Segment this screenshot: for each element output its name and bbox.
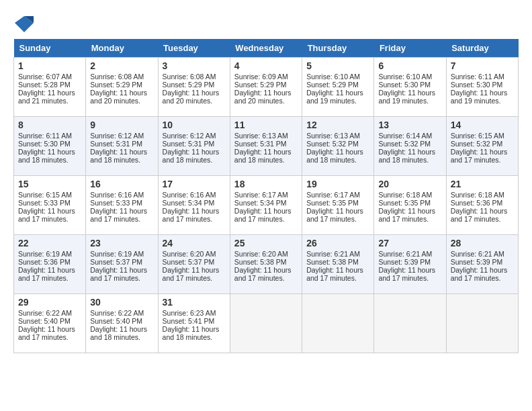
sunset-text: Sunset: 5:41 PM xyxy=(163,317,215,325)
sunrise-text: Sunrise: 6:12 AM xyxy=(163,132,216,140)
sunrise-text: Sunrise: 6:07 AM xyxy=(18,73,72,81)
sunset-text: Sunset: 5:29 PM xyxy=(306,81,359,89)
calendar-day-cell: 22Sunrise: 6:19 AMSunset: 5:36 PMDayligh… xyxy=(14,235,86,294)
calendar-day-cell: 3Sunrise: 6:08 AMSunset: 5:29 PMDaylight… xyxy=(158,58,230,117)
calendar-day-cell: 8Sunrise: 6:11 AMSunset: 5:30 PMDaylight… xyxy=(14,117,86,176)
daylight-text: Daylight: 11 hours and 19 minutes. xyxy=(306,89,363,105)
sunrise-text: Sunrise: 6:09 AM xyxy=(234,73,288,81)
daylight-text: Daylight: 11 hours and 17 minutes. xyxy=(163,266,220,282)
day-number: 20 xyxy=(378,179,441,189)
daylight-text: Daylight: 11 hours and 17 minutes. xyxy=(451,207,508,223)
weekday-header: Monday xyxy=(86,39,158,58)
day-number: 22 xyxy=(18,238,81,248)
day-number: 15 xyxy=(18,179,81,189)
daylight-text: Daylight: 11 hours and 17 minutes. xyxy=(18,207,75,223)
calendar-day-cell: 26Sunrise: 6:21 AMSunset: 5:38 PMDayligh… xyxy=(302,235,374,294)
daylight-text: Daylight: 11 hours and 17 minutes. xyxy=(378,207,435,223)
sunrise-text: Sunrise: 6:17 AM xyxy=(234,191,288,199)
day-number: 23 xyxy=(90,238,153,248)
sunrise-text: Sunrise: 6:10 AM xyxy=(306,73,360,81)
logo xyxy=(13,13,34,32)
day-number: 10 xyxy=(163,120,226,130)
sunrise-text: Sunrise: 6:10 AM xyxy=(378,73,432,81)
day-number: 24 xyxy=(163,238,226,248)
calendar-day-cell: 19Sunrise: 6:17 AMSunset: 5:35 PMDayligh… xyxy=(302,176,374,235)
weekday-header: Thursday xyxy=(302,39,374,58)
calendar-day-cell: 15Sunrise: 6:15 AMSunset: 5:33 PMDayligh… xyxy=(14,176,86,235)
calendar-day-cell: 29Sunrise: 6:22 AMSunset: 5:40 PMDayligh… xyxy=(14,294,86,353)
day-number: 8 xyxy=(18,120,81,130)
sunset-text: Sunset: 5:30 PM xyxy=(378,81,431,89)
day-number: 1 xyxy=(18,60,81,71)
calendar-week-row: 15Sunrise: 6:15 AMSunset: 5:33 PMDayligh… xyxy=(14,176,519,235)
sunrise-text: Sunrise: 6:11 AM xyxy=(451,73,504,81)
calendar-day-cell: 12Sunrise: 6:13 AMSunset: 5:32 PMDayligh… xyxy=(302,117,374,176)
daylight-text: Daylight: 11 hours and 17 minutes. xyxy=(90,266,147,282)
daylight-text: Daylight: 11 hours and 18 minutes. xyxy=(163,148,220,164)
sunrise-text: Sunrise: 6:18 AM xyxy=(451,191,504,199)
sunrise-text: Sunrise: 6:13 AM xyxy=(306,132,360,140)
sunrise-text: Sunrise: 6:14 AM xyxy=(378,132,432,140)
weekday-header: Wednesday xyxy=(230,39,302,58)
daylight-text: Daylight: 11 hours and 17 minutes. xyxy=(18,325,75,341)
sunset-text: Sunset: 5:39 PM xyxy=(451,258,503,266)
daylight-text: Daylight: 11 hours and 20 minutes. xyxy=(163,89,220,105)
sunrise-text: Sunrise: 6:11 AM xyxy=(18,132,72,140)
day-number: 14 xyxy=(451,120,514,130)
sunrise-text: Sunrise: 6:17 AM xyxy=(306,191,360,199)
day-number: 18 xyxy=(234,179,298,189)
day-number: 5 xyxy=(306,60,369,71)
calendar-day-cell: 30Sunrise: 6:22 AMSunset: 5:40 PMDayligh… xyxy=(86,294,158,353)
day-number: 21 xyxy=(451,179,514,189)
weekday-header: Saturday xyxy=(446,39,518,58)
daylight-text: Daylight: 11 hours and 18 minutes. xyxy=(90,148,147,164)
sunrise-text: Sunrise: 6:23 AM xyxy=(163,309,216,317)
day-number: 25 xyxy=(234,238,298,248)
sunrise-text: Sunrise: 6:21 AM xyxy=(451,250,504,258)
sunset-text: Sunset: 5:32 PM xyxy=(306,140,359,148)
sunset-text: Sunset: 5:37 PM xyxy=(90,258,142,266)
daylight-text: Daylight: 11 hours and 19 minutes. xyxy=(451,89,508,105)
calendar-week-row: 1Sunrise: 6:07 AMSunset: 5:28 PMDaylight… xyxy=(14,58,519,117)
daylight-text: Daylight: 11 hours and 20 minutes. xyxy=(234,89,292,105)
weekday-header: Friday xyxy=(374,39,446,58)
daylight-text: Daylight: 11 hours and 18 minutes. xyxy=(306,148,363,164)
calendar-day-cell: 2Sunrise: 6:08 AMSunset: 5:29 PMDaylight… xyxy=(86,58,158,117)
calendar-day-cell: 5Sunrise: 6:10 AMSunset: 5:29 PMDaylight… xyxy=(302,58,374,117)
calendar-day-cell: 6Sunrise: 6:10 AMSunset: 5:30 PMDaylight… xyxy=(374,58,446,117)
sunset-text: Sunset: 5:33 PM xyxy=(18,199,71,207)
calendar-day-cell: 16Sunrise: 6:16 AMSunset: 5:33 PMDayligh… xyxy=(86,176,158,235)
sunset-text: Sunset: 5:30 PM xyxy=(18,140,71,148)
calendar-week-row: 22Sunrise: 6:19 AMSunset: 5:36 PMDayligh… xyxy=(14,235,519,294)
day-number: 12 xyxy=(306,120,369,130)
daylight-text: Daylight: 11 hours and 18 minutes. xyxy=(378,148,435,164)
calendar-day-cell: 24Sunrise: 6:20 AMSunset: 5:37 PMDayligh… xyxy=(158,235,230,294)
day-number: 26 xyxy=(306,238,369,248)
calendar-day-cell: 4Sunrise: 6:09 AMSunset: 5:29 PMDaylight… xyxy=(230,58,302,117)
day-number: 16 xyxy=(90,179,153,189)
sunrise-text: Sunrise: 6:12 AM xyxy=(90,132,144,140)
sunrise-text: Sunrise: 6:16 AM xyxy=(90,191,144,199)
daylight-text: Daylight: 11 hours and 17 minutes. xyxy=(451,148,508,164)
sunset-text: Sunset: 5:31 PM xyxy=(234,140,287,148)
sunset-text: Sunset: 5:40 PM xyxy=(90,317,142,325)
calendar-day-cell: 25Sunrise: 6:20 AMSunset: 5:38 PMDayligh… xyxy=(230,235,302,294)
calendar-day-cell: 7Sunrise: 6:11 AMSunset: 5:30 PMDaylight… xyxy=(446,58,518,117)
day-number: 3 xyxy=(163,60,226,71)
sunrise-text: Sunrise: 6:13 AM xyxy=(234,132,288,140)
day-number: 7 xyxy=(451,60,514,71)
sunrise-text: Sunrise: 6:22 AM xyxy=(18,309,72,317)
day-number: 27 xyxy=(378,238,441,248)
day-number: 17 xyxy=(163,179,226,189)
sunset-text: Sunset: 5:40 PM xyxy=(18,317,71,325)
calendar-day-cell: 20Sunrise: 6:18 AMSunset: 5:35 PMDayligh… xyxy=(374,176,446,235)
sunrise-text: Sunrise: 6:21 AM xyxy=(306,250,360,258)
sunset-text: Sunset: 5:29 PM xyxy=(234,81,287,89)
sunset-text: Sunset: 5:30 PM xyxy=(451,81,503,89)
calendar-empty-cell xyxy=(446,294,518,353)
calendar-week-row: 8Sunrise: 6:11 AMSunset: 5:30 PMDaylight… xyxy=(14,117,519,176)
daylight-text: Daylight: 11 hours and 17 minutes. xyxy=(306,207,363,223)
sunset-text: Sunset: 5:36 PM xyxy=(451,199,503,207)
page-header xyxy=(13,13,519,32)
sunrise-text: Sunrise: 6:15 AM xyxy=(451,132,504,140)
